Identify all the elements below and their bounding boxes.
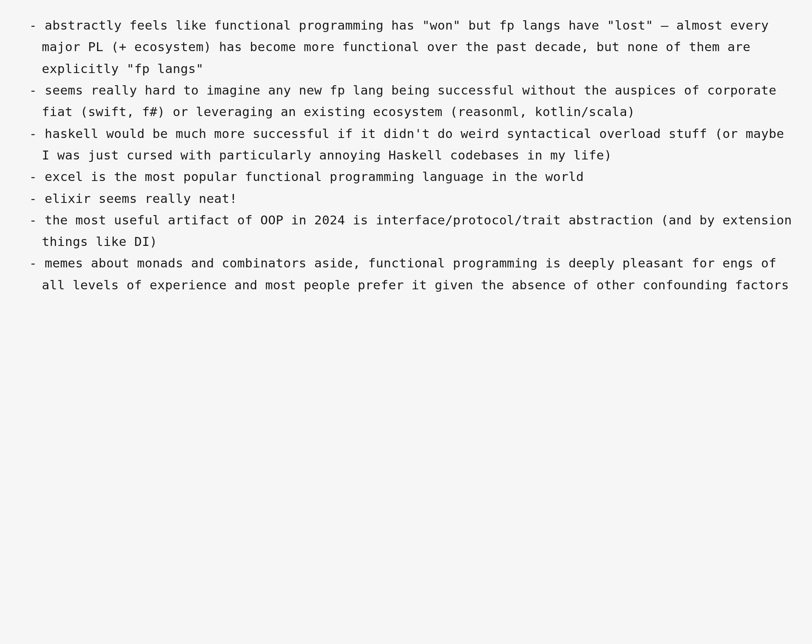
list-item: memes about monads and combinators aside… xyxy=(38,252,796,296)
list-item: seems really hard to imagine any new fp … xyxy=(38,80,796,123)
list-item: elixir seems really neat! xyxy=(38,188,796,209)
list-item: the most useful artifact of OOP in 2024 … xyxy=(38,209,796,253)
list-item: excel is the most popular functional pro… xyxy=(38,166,796,187)
list-item: abstractly feels like functional program… xyxy=(38,15,796,80)
bullet-list: abstractly feels like functional program… xyxy=(29,15,796,296)
list-item: haskell would be much more successful if… xyxy=(38,123,796,166)
